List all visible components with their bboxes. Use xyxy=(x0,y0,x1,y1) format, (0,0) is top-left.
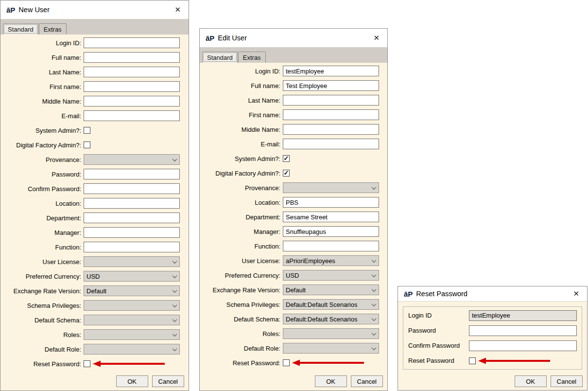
desktop: { "icons": { "app_logo": "āP", "close": … xyxy=(0,0,588,391)
reset-password-label: Reset Password xyxy=(408,357,469,364)
password-label: Password xyxy=(408,327,469,334)
roles-select[interactable] xyxy=(84,329,180,340)
field-control xyxy=(283,197,381,208)
field-control xyxy=(469,340,577,351)
titlebar[interactable]: āP Edit User ✕ xyxy=(200,29,387,47)
field-control xyxy=(84,81,183,92)
close-button[interactable]: ✕ xyxy=(173,4,183,15)
first-name-input[interactable] xyxy=(84,81,180,92)
tab-extras[interactable]: Extras xyxy=(39,23,67,35)
password-input[interactable] xyxy=(84,169,180,179)
form-row: Manager: xyxy=(0,225,183,240)
ok-button[interactable]: OK xyxy=(116,375,148,387)
close-button[interactable]: ✕ xyxy=(371,33,381,43)
form-row: E-mail: xyxy=(0,108,183,123)
full-name-input[interactable] xyxy=(283,80,379,91)
reset-password-checkbox[interactable] xyxy=(84,360,90,367)
login-id-input[interactable] xyxy=(283,66,379,76)
close-button[interactable]: ✕ xyxy=(571,288,581,299)
default-schema-select[interactable] xyxy=(84,315,180,325)
e-mail-input[interactable] xyxy=(283,139,379,149)
dialog-title: New User xyxy=(18,6,50,14)
login-id-input[interactable] xyxy=(469,310,577,321)
last-name-input[interactable] xyxy=(84,67,180,77)
schema-privileges-select[interactable] xyxy=(84,300,180,311)
e-mail-input[interactable] xyxy=(84,110,180,121)
digital-factory-admin-checkbox[interactable]: ✓ xyxy=(283,170,290,177)
form-row: Roles: xyxy=(200,326,381,341)
select-value: Default:Default Scenarios xyxy=(286,316,357,323)
red-arrow-icon xyxy=(478,357,551,364)
last-name-input[interactable] xyxy=(283,95,379,106)
middle-name-label: Middle Name: xyxy=(0,98,84,105)
tab-standard[interactable]: Standard xyxy=(202,52,238,63)
reset-password-checkbox[interactable] xyxy=(469,357,476,364)
middle-name-input[interactable] xyxy=(84,96,180,107)
schema-privileges-select[interactable]: Default:Default Scenarios xyxy=(283,299,379,310)
confirm-password-input[interactable] xyxy=(469,340,577,351)
titlebar[interactable]: āP Reset Password ✕ xyxy=(398,286,587,302)
checkmark-icon: ✓ xyxy=(284,170,289,176)
provenance-select[interactable] xyxy=(283,182,379,193)
confirm-password-input[interactable] xyxy=(84,183,180,194)
manager-input[interactable] xyxy=(283,226,379,237)
login-id-input[interactable] xyxy=(84,37,180,48)
preferred-currency-select[interactable]: USD xyxy=(283,270,379,281)
field-control xyxy=(84,154,183,165)
tab-standard[interactable]: Standard xyxy=(3,23,38,35)
location-label: Location: xyxy=(0,200,84,207)
department-input[interactable] xyxy=(283,212,379,222)
form-row: Default Schema:Default:Default Scenarios xyxy=(200,312,381,326)
cancel-button[interactable]: Cancel xyxy=(351,375,383,387)
manager-input[interactable] xyxy=(84,227,180,238)
reset-password-dialog: āP Reset Password ✕ Login IDPasswordConf… xyxy=(398,286,588,391)
cancel-button[interactable]: Cancel xyxy=(152,375,184,387)
form-row: Manager: xyxy=(200,224,381,239)
location-input[interactable] xyxy=(283,197,379,208)
field-control xyxy=(469,357,577,364)
system-admin-checkbox[interactable]: ✓ xyxy=(283,155,290,162)
first-name-label: First name: xyxy=(200,111,283,119)
default-schema-label: Default Schema: xyxy=(200,316,283,323)
preferred-currency-select[interactable]: USD xyxy=(84,271,180,282)
form-row: User License: xyxy=(0,254,183,269)
default-schema-select[interactable]: Default:Default Scenarios xyxy=(283,314,379,324)
form-row: Default Role: xyxy=(0,342,183,356)
digital-factory-admin-label: Digital Factory Admin?: xyxy=(0,142,84,149)
form-row: Preferred Currency:USD xyxy=(0,269,183,284)
reset-password-checkbox[interactable] xyxy=(283,359,290,366)
form-row: Full name: xyxy=(0,50,183,65)
ok-button[interactable]: OK xyxy=(315,375,347,387)
full-name-input[interactable] xyxy=(84,52,180,63)
exchange-rate-version-select[interactable]: Default xyxy=(283,284,379,295)
tab-extras[interactable]: Extras xyxy=(238,52,266,63)
user-license-select[interactable]: aPrioriEmployees xyxy=(283,255,379,266)
digital-factory-admin-checkbox[interactable] xyxy=(84,142,90,148)
middle-name-input[interactable] xyxy=(283,124,379,135)
form-row: Reset Password: xyxy=(0,356,183,371)
function-input[interactable] xyxy=(283,241,379,251)
function-input[interactable] xyxy=(84,242,180,252)
default-role-select[interactable] xyxy=(283,343,379,354)
schema-privileges-label: Schema Privileges: xyxy=(200,301,283,308)
titlebar[interactable]: āP New User ✕ xyxy=(0,0,189,19)
default-role-select[interactable] xyxy=(84,344,180,355)
exchange-rate-version-select[interactable]: Default xyxy=(84,285,180,296)
user-license-select[interactable] xyxy=(84,256,180,267)
form-row: Login ID: xyxy=(200,64,381,78)
password-input[interactable] xyxy=(469,325,577,336)
department-input[interactable] xyxy=(84,213,180,223)
ok-button[interactable]: OK xyxy=(515,375,547,387)
provenance-select[interactable] xyxy=(84,154,180,165)
cancel-button[interactable]: Cancel xyxy=(551,375,583,387)
field-control xyxy=(283,343,381,354)
form-row: User License:aPrioriEmployees xyxy=(200,253,381,268)
form-row: Function: xyxy=(0,240,183,254)
field-control: aPrioriEmployees xyxy=(283,255,381,266)
system-admin-checkbox[interactable] xyxy=(84,127,90,134)
location-input[interactable] xyxy=(84,198,180,209)
first-name-input[interactable] xyxy=(283,109,379,120)
field-control xyxy=(84,344,183,355)
form-row: System Admin?:✓ xyxy=(200,151,381,166)
roles-select[interactable] xyxy=(283,328,379,339)
